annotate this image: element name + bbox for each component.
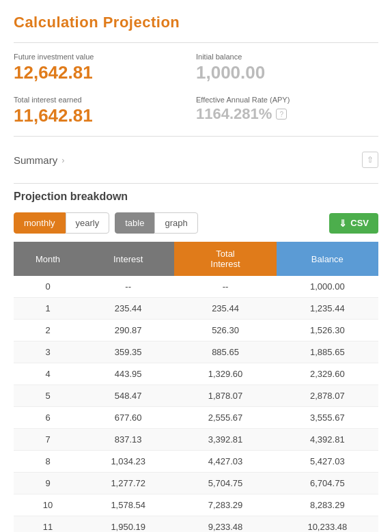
cell-month: 11 [14, 516, 82, 533]
cell-balance: 1,526.30 [277, 320, 378, 341]
total-interest-block: Total interest earned 11,642.81 [14, 93, 196, 129]
cell-balance: 5,427.03 [277, 451, 378, 473]
table-row: 101,578.547,283.298,283.29 [14, 494, 378, 516]
table-row: 91,277.725,704.756,704.75 [14, 473, 378, 494]
cell-total-interest: 7,283.29 [174, 494, 276, 516]
table-row: 6677.602,555.673,555.67 [14, 407, 378, 429]
cell-month: 10 [14, 494, 82, 516]
cell-interest: -- [82, 276, 174, 298]
table-toggle-btn[interactable]: table [115, 212, 154, 234]
cell-interest: 1,034.23 [82, 451, 174, 473]
cell-balance: 1,885.65 [277, 341, 378, 363]
cell-interest: 359.35 [82, 341, 174, 363]
initial-balance-label: Initial balance [196, 53, 378, 61]
cell-total-interest: 5,704.75 [174, 473, 276, 494]
cell-balance: 2,329.60 [277, 363, 378, 385]
total-interest-label: Total interest earned [14, 96, 196, 104]
cell-month: 7 [14, 429, 82, 451]
cell-balance: 8,283.29 [277, 494, 378, 516]
col-header-total-interest: TotalInterest [174, 242, 276, 276]
yearly-toggle-btn[interactable]: yearly [66, 212, 110, 234]
cell-balance: 3,555.67 [277, 407, 378, 429]
divider-top [14, 42, 378, 43]
table-row: 5548.471,878.072,878.07 [14, 385, 378, 407]
cell-total-interest: 235.44 [174, 298, 276, 320]
cell-balance: 6,704.75 [277, 473, 378, 494]
cell-interest: 290.87 [82, 320, 174, 341]
table-row: 111,950.199,233.4810,233.48 [14, 516, 378, 533]
apy-value: 1164.281% [196, 105, 272, 123]
col-header-interest: Interest [82, 242, 174, 276]
initial-balance-value: 1,000.00 [196, 62, 378, 83]
table-row: 4443.951,329.602,329.60 [14, 363, 378, 385]
apy-block: Effective Annual Rate (APY) 1164.281% ? [196, 93, 378, 129]
cell-month: 4 [14, 363, 82, 385]
divider-below-summary [14, 183, 378, 184]
apy-label: Effective Annual Rate (APY) [196, 96, 378, 104]
table-header-row: Month Interest TotalInterest Balance [14, 242, 378, 276]
future-investment-value: 12,642.81 [14, 62, 196, 83]
cell-interest: 1,950.19 [82, 516, 174, 533]
table-row: 81,034.234,427.035,427.03 [14, 451, 378, 473]
summary-collapse-icon[interactable]: ⇧ [362, 152, 378, 168]
cell-balance: 10,233.48 [277, 516, 378, 533]
cell-total-interest: 1,878.07 [174, 385, 276, 407]
cell-total-interest: 526.30 [174, 320, 276, 341]
table-row: 1235.44235.441,235.44 [14, 298, 378, 320]
cell-total-interest: 1,329.60 [174, 363, 276, 385]
download-icon: ⇓ [339, 218, 347, 229]
cell-month: 5 [14, 385, 82, 407]
period-toggle-group: monthly yearly [14, 212, 109, 234]
cell-balance: 1,235.44 [277, 298, 378, 320]
breakdown-title: Projection breakdown [14, 191, 378, 203]
cell-interest: 548.47 [82, 385, 174, 407]
toolbar: monthly yearly table graph ⇓ CSV [14, 212, 378, 234]
csv-download-btn[interactable]: ⇓ CSV [329, 213, 378, 234]
cell-balance: 1,000.00 [277, 276, 378, 298]
cell-total-interest: 9,233.48 [174, 516, 276, 533]
summary-text: Summary [14, 154, 57, 166]
cell-total-interest: 2,555.67 [174, 407, 276, 429]
table-row: 0----1,000.00 [14, 276, 378, 298]
cell-balance: 4,392.81 [277, 429, 378, 451]
total-interest-value: 11,642.81 [14, 105, 196, 126]
cell-balance: 2,878.07 [277, 385, 378, 407]
cell-interest: 677.60 [82, 407, 174, 429]
cell-month: 2 [14, 320, 82, 341]
cell-total-interest: 4,427.03 [174, 451, 276, 473]
cell-month: 3 [14, 341, 82, 363]
summary-label: Summary › [14, 154, 65, 166]
cell-total-interest: 885.65 [174, 341, 276, 363]
col-header-month: Month [14, 242, 82, 276]
apy-help-icon[interactable]: ? [276, 109, 287, 120]
cell-interest: 443.95 [82, 363, 174, 385]
future-investment-block: Future investment value 12,642.81 [14, 50, 196, 86]
future-investment-label: Future investment value [14, 53, 196, 61]
view-toggle-group: table graph [115, 212, 197, 234]
page-title: Calculation Projection [14, 14, 378, 31]
stats-grid: Future investment value 12,642.81 Initia… [14, 50, 378, 129]
cell-month: 0 [14, 276, 82, 298]
cell-interest: 837.13 [82, 429, 174, 451]
cell-total-interest: -- [174, 276, 276, 298]
table-row: 2290.87526.301,526.30 [14, 320, 378, 341]
cell-total-interest: 3,392.81 [174, 429, 276, 451]
initial-balance-block: Initial balance 1,000.00 [196, 50, 378, 86]
cell-interest: 235.44 [82, 298, 174, 320]
col-header-balance: Balance [277, 242, 378, 276]
projection-table: Month Interest TotalInterest Balance 0--… [14, 242, 378, 532]
cell-month: 1 [14, 298, 82, 320]
cell-month: 8 [14, 451, 82, 473]
cell-month: 9 [14, 473, 82, 494]
table-body: 0----1,000.001235.44235.441,235.442290.8… [14, 276, 378, 532]
divider-middle [14, 136, 378, 137]
cell-interest: 1,277.72 [82, 473, 174, 494]
summary-chevron-icon: › [61, 155, 64, 165]
cell-month: 6 [14, 407, 82, 429]
monthly-toggle-btn[interactable]: monthly [14, 212, 66, 234]
graph-toggle-btn[interactable]: graph [154, 212, 197, 234]
summary-row[interactable]: Summary › ⇧ [14, 143, 378, 176]
table-row: 3359.35885.651,885.65 [14, 341, 378, 363]
table-row: 7837.133,392.814,392.81 [14, 429, 378, 451]
csv-label: CSV [350, 218, 369, 228]
